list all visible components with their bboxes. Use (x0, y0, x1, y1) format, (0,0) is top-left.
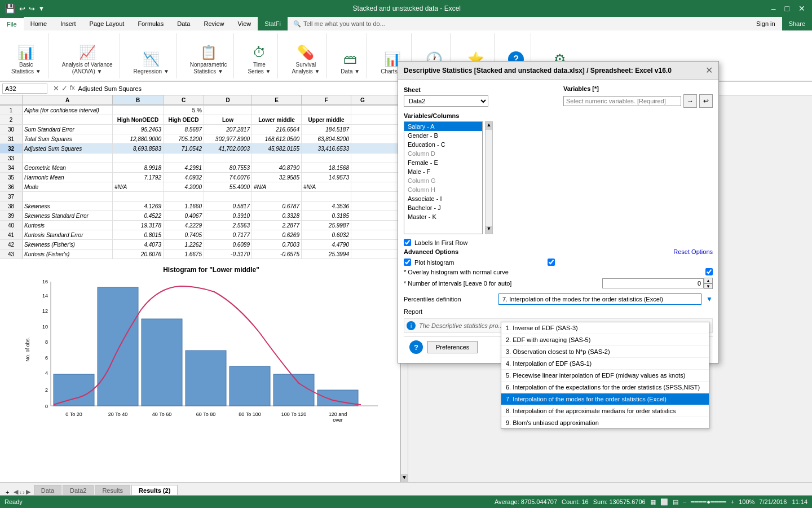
cell-g1[interactable] (351, 106, 374, 115)
cell-30-3[interactable]: 207.2817 (204, 125, 252, 134)
cell-30-0[interactable]: Sum Standard Error (23, 125, 113, 134)
cell-36-5[interactable]: #N/A (302, 182, 351, 191)
cell-43-2[interactable]: 1.6675 (164, 249, 204, 259)
cell-a1[interactable]: Alpha (for confidence interval) (23, 106, 113, 115)
undo-icon[interactable]: ↩ (19, 5, 25, 13)
sheet-nav-right2[interactable]: › (23, 489, 25, 496)
cell-33-2[interactable] (164, 154, 204, 163)
sheet-tab-results[interactable]: Results (95, 485, 130, 496)
cell-b1[interactable] (113, 106, 164, 115)
cell-31-2[interactable]: 705.1200 (164, 134, 204, 143)
var-item-bachelor[interactable]: Bachelor - J (404, 203, 482, 212)
cell-32-5[interactable]: 33,416.6533 (302, 144, 351, 153)
regression-btn[interactable]: 📉 Regression ▼ (131, 50, 171, 76)
cell-g2[interactable] (351, 115, 374, 124)
cell-41-0[interactable]: Kurtosis Standard Error (23, 230, 113, 239)
formula-confirm-icon[interactable]: ✓ (61, 84, 68, 93)
var-item-female[interactable]: Female - E (404, 158, 482, 167)
spin-up-btn[interactable]: ▲ (704, 278, 713, 283)
var-item-male[interactable]: Male - F (404, 167, 482, 176)
cell-38-2[interactable]: 1.1660 (164, 202, 204, 211)
share-btn[interactable]: Share (782, 17, 812, 30)
zoom-slider[interactable]: ━━━━●━━━━ (691, 498, 726, 506)
cell-42-1[interactable]: 4.4073 (113, 240, 164, 249)
var-arrow-btn[interactable]: → (683, 94, 697, 108)
tab-statfi[interactable]: StatFi (258, 17, 288, 30)
dropdown-item-8[interactable]: 8. Interpolation of the approximate medi… (501, 405, 709, 417)
cell-30-4[interactable]: 216.6564 (252, 125, 302, 134)
cell-f1[interactable] (302, 106, 351, 115)
cell-43-5[interactable]: 25.3994 (302, 249, 351, 259)
cell-31-3[interactable]: 302,977.8900 (204, 134, 252, 143)
cell-40-5[interactable]: 25.9987 (302, 221, 351, 230)
cell-37-5[interactable] (302, 192, 351, 201)
var-item-gender[interactable]: Gender - B (404, 131, 482, 140)
list-scroll-down[interactable]: ▼ (486, 226, 492, 234)
cell-34-3[interactable]: 80.7553 (204, 163, 252, 172)
cell-37-0[interactable] (23, 192, 113, 201)
data-btn[interactable]: 🗃 Data ▼ (338, 50, 362, 76)
cell-35-1[interactable]: 7.1792 (113, 173, 164, 182)
var-item-cold[interactable]: Column D (404, 149, 482, 158)
cell-33-3[interactable] (204, 154, 252, 163)
cell-39-2[interactable]: 0.4067 (164, 211, 204, 220)
cell-40-2[interactable]: 4.2229 (164, 221, 204, 230)
cell-33-0[interactable] (23, 154, 113, 163)
cell-35-0[interactable]: Harmonic Mean (23, 173, 113, 182)
nonparam-btn[interactable]: 📋 NonparametricStatistics ▼ (188, 43, 230, 76)
cell-42-3[interactable]: 0.6089 (204, 240, 252, 249)
cell-34-2[interactable]: 4.2981 (164, 163, 204, 172)
cell-31-5[interactable]: 63,804.8200 (302, 134, 351, 143)
cell-36-4[interactable]: #N/A (252, 182, 302, 191)
sheet-tab-data[interactable]: Data (34, 485, 61, 496)
dropdown-item-6[interactable]: 6. Interpolation of the expectations for… (501, 382, 709, 393)
name-box[interactable]: A32 (2, 84, 47, 94)
col-d-header[interactable]: D (204, 95, 252, 104)
dropdown-item-5[interactable]: 5. Piecewise linear interpolation of EDF… (501, 370, 709, 382)
cell-36-1[interactable]: #N/A (113, 182, 164, 191)
preferences-footer-btn[interactable]: Preferences (427, 341, 478, 353)
plot-histogram-checkbox[interactable] (404, 259, 411, 266)
cell-30-5[interactable]: 184.5187 (302, 125, 351, 134)
cell-40-1[interactable]: 19.3178 (113, 221, 164, 230)
list-scroll-thumb[interactable] (486, 130, 492, 226)
sheet-tab-data2[interactable]: Data2 (63, 485, 94, 496)
cell-37-1[interactable] (113, 192, 164, 201)
list-scroll-up[interactable]: ▲ (486, 122, 492, 130)
cell-40-0[interactable]: Kurtosis (23, 221, 113, 230)
redo-icon[interactable]: ↪ (29, 5, 35, 13)
cell-43-0[interactable]: Kurtosis (Fisher's) (23, 249, 113, 259)
cell-32-4[interactable]: 45,982.0155 (252, 144, 302, 153)
view-break-icon[interactable]: ▤ (673, 498, 678, 506)
dropdown-item-1[interactable]: 1. Inverse of EDF (SAS-3) (501, 322, 709, 334)
cell-e2[interactable]: Lower middle (252, 115, 302, 124)
cell-34-1[interactable]: 8.9918 (113, 163, 164, 172)
cell-41-5[interactable]: 0.6032 (302, 230, 351, 239)
cell-38-5[interactable]: 4.3536 (302, 202, 351, 211)
cell-37-3[interactable] (204, 192, 252, 201)
sheet-nav-left2[interactable]: ‹ (19, 489, 21, 496)
cell-37-2[interactable] (164, 192, 204, 201)
cell-38-1[interactable]: 4.1269 (113, 202, 164, 211)
tab-insert[interactable]: Insert (54, 17, 83, 30)
col-a-header[interactable]: A (23, 95, 113, 104)
overlay-normal-cb2[interactable] (705, 268, 713, 275)
labels-checkbox[interactable] (404, 239, 411, 246)
col-g-header[interactable]: G (351, 95, 374, 104)
cell-32-0[interactable]: Adjusted Sum Squares (23, 144, 113, 153)
cell-34-4[interactable]: 40.8790 (252, 163, 302, 172)
cell-41-1[interactable]: 0.8015 (113, 230, 164, 239)
cell-38-0[interactable]: Skewness (23, 202, 113, 211)
sheet-dropdown[interactable]: Data2 (404, 95, 488, 107)
col-b-header[interactable]: B (113, 95, 164, 104)
cell-31-1[interactable]: 12,880.9000 (113, 134, 164, 143)
cell-39-1[interactable]: 0.4522 (113, 211, 164, 220)
cell-d2[interactable]: Low (204, 115, 252, 124)
sheet-tab-results2[interactable]: Results (2) (131, 485, 178, 496)
cell-33-5[interactable] (302, 154, 351, 163)
cell-36-2[interactable]: 4.2000 (164, 182, 204, 191)
view-normal-icon[interactable]: ▦ (650, 498, 656, 506)
tab-file[interactable]: File (0, 17, 24, 30)
more-tools-icon[interactable]: ▼ (38, 5, 45, 12)
basic-statistics-btn[interactable]: 📊 BasicStatistics ▼ (9, 43, 43, 76)
